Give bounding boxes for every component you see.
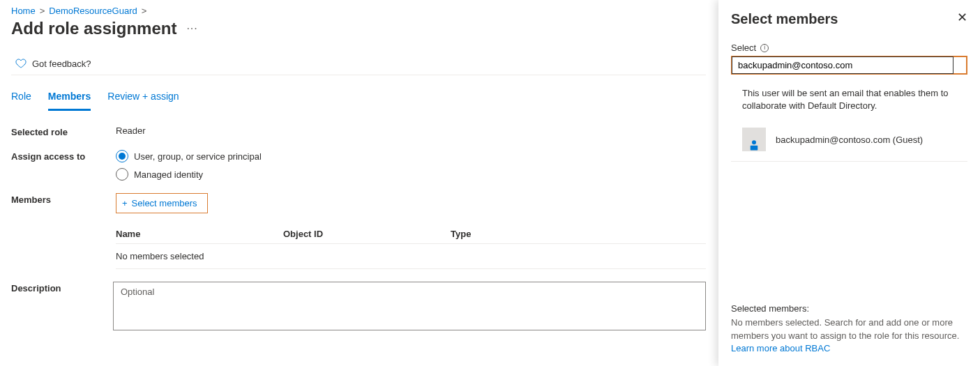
breadcrumb-resource[interactable]: DemoResourceGuard [49, 6, 137, 16]
close-icon[interactable]: ✕ [957, 11, 967, 24]
search-result-name: backupadmin@contoso.com (Guest) [776, 135, 923, 145]
learn-more-rbac-link[interactable]: Learn more about RBAC [731, 343, 830, 353]
feedback-link[interactable]: Got feedback? [11, 52, 706, 75]
svg-rect-1 [751, 146, 758, 151]
select-members-panel: Select members ✕ Select i This user will… [718, 0, 980, 366]
chevron-right-icon: > [142, 6, 147, 16]
tab-role[interactable]: Role [11, 86, 31, 110]
info-icon[interactable]: i [760, 44, 769, 52]
members-label: Members [11, 193, 116, 205]
more-actions-button[interactable]: ··· [186, 22, 197, 35]
description-input[interactable]: Optional [113, 282, 706, 330]
radio-icon-checked [116, 150, 128, 162]
assign-access-label: Assign access to [11, 150, 116, 162]
chevron-right-icon: > [40, 6, 45, 16]
radio-icon [116, 168, 128, 181]
panel-title: Select members [731, 11, 838, 27]
selected-members-text: No members selected. Search for and add … [731, 317, 959, 340]
invite-hint-text: This user will be sent an email that ena… [742, 87, 967, 112]
radio-user-group-principal[interactable]: User, group, or service principal [116, 150, 706, 162]
svg-point-0 [752, 141, 756, 145]
select-members-button-label: Select members [132, 198, 197, 208]
select-members-button[interactable]: + Select members [116, 193, 208, 213]
members-col-type: Type [451, 229, 590, 239]
plus-icon: + [122, 198, 128, 208]
breadcrumb: Home > DemoResourceGuard > [11, 6, 706, 16]
heart-icon [15, 58, 27, 69]
selected-role-value: Reader [116, 125, 706, 136]
select-label: Select [731, 43, 756, 53]
feedback-label: Got feedback? [32, 59, 91, 69]
breadcrumb-home[interactable]: Home [11, 6, 36, 16]
selected-role-label: Selected role [11, 125, 116, 137]
person-icon [748, 139, 760, 151]
description-label: Description [11, 282, 113, 293]
tabs: Role Members Review + assign [11, 86, 706, 110]
select-input[interactable] [732, 56, 953, 74]
avatar [742, 128, 766, 151]
tab-members[interactable]: Members [48, 86, 91, 111]
selected-members-label: Selected members: [731, 303, 967, 315]
radio-managed-label: Managed identity [134, 169, 203, 180]
members-col-name: Name [116, 229, 255, 239]
page-title: Add role assignment [11, 19, 176, 38]
members-empty-row: No members selected [116, 244, 706, 269]
members-col-objectid: Object ID [283, 229, 423, 239]
tab-review-assign[interactable]: Review + assign [107, 86, 179, 110]
radio-user-label: User, group, or service principal [134, 151, 262, 162]
radio-managed-identity[interactable]: Managed identity [116, 168, 706, 181]
search-result-item[interactable]: backupadmin@contoso.com (Guest) [731, 122, 967, 162]
